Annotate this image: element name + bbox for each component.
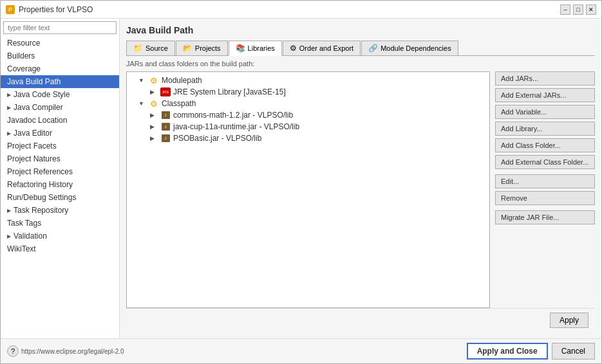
sidebar-item-java-editor[interactable]: Java Editor bbox=[1, 127, 119, 140]
apply-bar: Apply bbox=[126, 308, 595, 332]
tree-item-java-cup[interactable]: ▶ J java-cup-11a-runtime.jar - VLPSO/lib bbox=[127, 121, 489, 132]
cancel-button[interactable]: Cancel bbox=[552, 343, 595, 359]
footer-left: ? https://www.eclipse.org/legal/epl-2.0 bbox=[7, 345, 124, 357]
panel-title: Java Build Path bbox=[126, 25, 595, 35]
sidebar-item-wikitext[interactable]: WikiText bbox=[1, 242, 119, 255]
tree-item-commons-math[interactable]: ▶ J commons-math-1.2.jar - VLPSO/lib bbox=[127, 109, 489, 121]
jre-icon: JRE bbox=[160, 87, 171, 96]
add-class-folder-button[interactable]: Add Class Folder... bbox=[495, 138, 595, 152]
sidebar-item-builders[interactable]: Builders bbox=[1, 50, 119, 62]
sidebar-item-project-references[interactable]: Project References bbox=[1, 165, 119, 178]
description-text: JARs and class folders on the build path… bbox=[126, 60, 595, 68]
tree-container[interactable]: ▼ ⚙ Modulepath ▶ JRE JRE System Library … bbox=[126, 71, 490, 308]
sidebar-item-task-tags[interactable]: Task Tags bbox=[1, 217, 119, 230]
tab-libraries[interactable]: 📚 Libraries bbox=[229, 41, 282, 56]
add-library-button[interactable]: Add Library... bbox=[495, 122, 595, 136]
filter-input[interactable] bbox=[3, 21, 117, 34]
tab-module-dependencies[interactable]: 🔗 Module Dependencies bbox=[361, 41, 458, 55]
sidebar-item-task-repository[interactable]: Task Repository bbox=[1, 204, 119, 217]
edit-button[interactable]: Edit... bbox=[495, 174, 595, 188]
tab-projects[interactable]: 📂 Projects bbox=[176, 41, 228, 55]
maximize-button[interactable]: □ bbox=[573, 5, 583, 15]
sidebar-item-java-code-style[interactable]: Java Code Style bbox=[1, 88, 119, 101]
sidebar-item-javadoc-location[interactable]: Javadoc Location bbox=[1, 114, 119, 127]
build-path-area: ▼ ⚙ Modulepath ▶ JRE JRE System Library … bbox=[126, 71, 595, 308]
tree-item-classpath[interactable]: ▼ ⚙ Classpath bbox=[127, 98, 489, 109]
sidebar-item-resource[interactable]: Resource bbox=[1, 37, 119, 50]
sidebar-item-run-debug-settings[interactable]: Run/Debug Settings bbox=[1, 191, 119, 204]
sidebar-item-java-compiler[interactable]: Java Compiler bbox=[1, 101, 119, 114]
window-title: Properties for VLPSO bbox=[19, 5, 93, 14]
modulepath-folder-icon: ⚙ bbox=[149, 76, 159, 85]
title-bar-controls: – □ ✕ bbox=[560, 5, 596, 15]
sidebar-item-coverage[interactable]: Coverage bbox=[1, 62, 119, 75]
tab-order-export[interactable]: ⚙ Order and Export bbox=[283, 41, 361, 55]
add-external-jars-button[interactable]: Add External JARs... bbox=[495, 88, 595, 102]
minimize-button[interactable]: – bbox=[560, 5, 570, 15]
tree-item-psobasic[interactable]: ▶ J PSOBasic.jar - VLPSO/lib bbox=[127, 132, 489, 144]
psobasic-jar-icon: J bbox=[160, 134, 171, 143]
tree-item-jre[interactable]: ▶ JRE JRE System Library [JavaSE-15] bbox=[127, 86, 489, 98]
remove-button[interactable]: Remove bbox=[495, 191, 595, 205]
apply-button[interactable]: Apply bbox=[550, 313, 588, 328]
title-bar-left: P Properties for VLPSO bbox=[6, 5, 93, 14]
sidebar: Resource Builders Coverage Java Build Pa… bbox=[1, 19, 120, 338]
tab-source[interactable]: 📁 Source bbox=[126, 41, 175, 55]
expand-icon-classpath: ▼ bbox=[138, 100, 146, 107]
dialog-footer: ? https://www.eclipse.org/legal/epl-2.0 … bbox=[1, 338, 601, 363]
libraries-tab-icon: 📚 bbox=[236, 44, 245, 53]
expand-icon-java-cup: ▶ bbox=[150, 123, 158, 130]
order-tab-icon: ⚙ bbox=[290, 44, 297, 53]
java-cup-jar-icon: J bbox=[160, 122, 171, 131]
sidebar-item-project-facets[interactable]: Project Facets bbox=[1, 140, 119, 152]
add-external-class-folder-button[interactable]: Add External Class Folder... bbox=[495, 155, 595, 169]
tree-item-modulepath[interactable]: ▼ ⚙ Modulepath bbox=[127, 75, 489, 86]
sidebar-item-refactoring-history[interactable]: Refactoring History bbox=[1, 178, 119, 191]
migrate-jar-button[interactable]: Migrate JAR File... bbox=[495, 210, 595, 224]
expand-icon-psobasic: ▶ bbox=[150, 135, 158, 141]
main-panel: Java Build Path 📁 Source 📂 Projects 📚 Li… bbox=[120, 19, 601, 338]
buttons-panel: Add JARs... Add External JARs... Add Var… bbox=[495, 71, 595, 308]
source-tab-icon: 📁 bbox=[133, 44, 143, 53]
expand-icon-commons-math: ▶ bbox=[150, 112, 158, 118]
tabs-bar: 📁 Source 📂 Projects 📚 Libraries ⚙ Order … bbox=[126, 41, 595, 56]
help-button[interactable]: ? bbox=[7, 345, 19, 357]
window-icon: P bbox=[6, 5, 15, 14]
close-button[interactable]: ✕ bbox=[586, 5, 596, 15]
projects-tab-icon: 📂 bbox=[183, 44, 193, 53]
sidebar-item-java-build-path[interactable]: Java Build Path bbox=[1, 75, 119, 88]
expand-icon-modulepath: ▼ bbox=[138, 77, 146, 84]
expand-icon-jre: ▶ bbox=[150, 89, 158, 95]
sidebar-item-validation[interactable]: Validation bbox=[1, 230, 119, 242]
classpath-folder-icon: ⚙ bbox=[149, 99, 159, 108]
apply-and-close-button[interactable]: Apply and Close bbox=[467, 343, 548, 359]
main-window: P Properties for VLPSO – □ ✕ Resource Bu… bbox=[0, 0, 602, 364]
footer-url: https://www.eclipse.org/legal/epl-2.0 bbox=[21, 348, 124, 355]
title-bar: P Properties for VLPSO – □ ✕ bbox=[1, 1, 601, 19]
add-variable-button[interactable]: Add Variable... bbox=[495, 105, 595, 119]
add-jars-button[interactable]: Add JARs... bbox=[495, 71, 595, 86]
content-area: Resource Builders Coverage Java Build Pa… bbox=[1, 19, 601, 338]
sidebar-item-project-natures[interactable]: Project Natures bbox=[1, 152, 119, 165]
footer-buttons: Apply and Close Cancel bbox=[467, 343, 595, 359]
module-tab-icon: 🔗 bbox=[368, 44, 378, 53]
commons-math-jar-icon: J bbox=[160, 111, 171, 120]
